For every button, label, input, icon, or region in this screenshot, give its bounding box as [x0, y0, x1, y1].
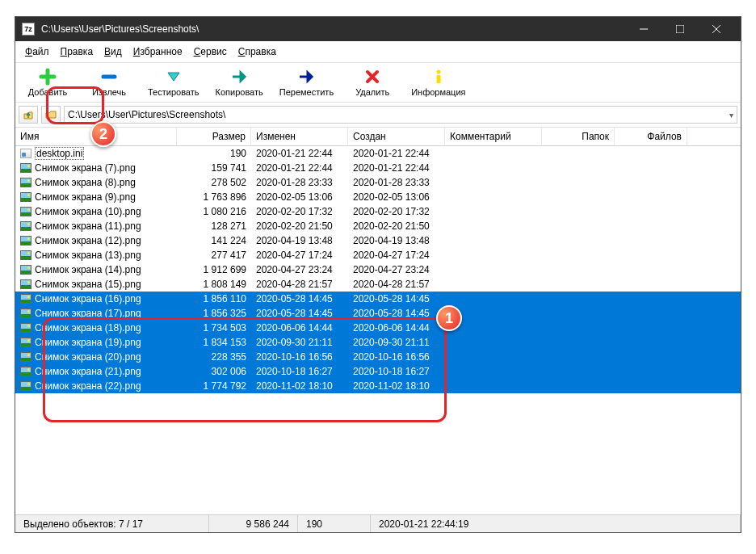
file-modified: 2020-06-06 14:44 — [251, 322, 348, 334]
list-body[interactable]: desktop.ini1902020-01-21 22:442020-01-21… — [15, 146, 741, 393]
file-modified: 2020-01-28 23:33 — [251, 177, 348, 188]
svg-rect-5 — [436, 75, 440, 83]
file-created: 2020-04-19 13:48 — [348, 235, 445, 246]
file-icon — [20, 338, 32, 347]
column-created[interactable]: Создан — [348, 128, 445, 145]
file-name: Снимок экрана (9).png — [35, 191, 136, 203]
column-comment[interactable]: Комментарий — [445, 128, 542, 145]
delete-label: Удалить — [355, 87, 389, 97]
info-button[interactable]: Информация — [405, 66, 472, 99]
file-size: 302 006 — [177, 366, 251, 377]
status-total-size: 9 586 244 — [209, 515, 298, 532]
file-modified: 2020-10-16 16:56 — [251, 351, 348, 363]
file-name: Снимок экрана (16).png — [35, 293, 141, 304]
column-folders[interactable]: Папок — [542, 128, 615, 145]
column-files[interactable]: Файлов — [615, 128, 687, 145]
file-modified: 2020-10-18 16:27 — [251, 366, 348, 377]
addressbar: C:\Users\User\Pictures\Screenshots\ ▾ — [15, 103, 741, 128]
menu-файл[interactable]: Файл — [20, 43, 54, 61]
move-button[interactable]: Переместить — [273, 66, 340, 99]
file-row[interactable]: Снимок экрана (12).png141 2242020-04-19 … — [15, 233, 741, 248]
file-modified: 2020-04-28 21:57 — [251, 279, 348, 290]
file-row[interactable]: Снимок экрана (21).png302 0062020-10-18 … — [15, 364, 741, 379]
file-row[interactable]: Снимок экрана (13).png277 4172020-04-27 … — [15, 248, 741, 262]
file-icon — [20, 294, 32, 304]
extract-button[interactable]: Извлечь — [80, 66, 138, 99]
file-created: 2020-04-28 21:57 — [348, 279, 445, 290]
file-row[interactable]: Снимок экрана (8).png278 5022020-01-28 2… — [15, 175, 741, 190]
file-size: 1 856 110 — [177, 293, 251, 304]
file-name: Снимок экрана (8).png — [35, 177, 136, 188]
add-button[interactable]: Добавить — [19, 66, 77, 99]
file-name: Снимок экрана (21).png — [35, 366, 141, 377]
close-button[interactable] — [698, 17, 734, 41]
file-created: 2020-01-28 23:33 — [348, 177, 445, 188]
file-name: Снимок экрана (13).png — [35, 250, 141, 261]
column-size[interactable]: Размер — [177, 128, 251, 145]
file-row[interactable]: Снимок экрана (11).png128 2712020-02-20 … — [15, 219, 741, 233]
plus-green-icon — [39, 68, 57, 86]
column-modified[interactable]: Изменен — [251, 128, 348, 145]
dropdown-icon[interactable]: ▾ — [729, 111, 733, 120]
file-icon — [20, 352, 32, 362]
file-size: 278 502 — [177, 177, 251, 188]
file-row[interactable]: Снимок экрана (9).png1 763 8962020-02-05… — [15, 190, 741, 204]
file-created: 2020-05-28 14:45 — [348, 293, 445, 304]
file-row[interactable]: Снимок экрана (7).png159 7412020-01-21 2… — [15, 161, 741, 175]
file-row[interactable]: Снимок экрана (19).png1 834 1532020-09-3… — [15, 335, 741, 350]
file-icon — [20, 163, 32, 173]
file-icon — [20, 178, 32, 187]
file-modified: 2020-02-05 13:06 — [251, 191, 348, 203]
file-row[interactable]: Снимок экрана (18).png1 734 5032020-06-0… — [15, 321, 741, 335]
menu-избранное[interactable]: Избранное — [128, 43, 187, 61]
test-button[interactable]: Тестировать — [141, 66, 206, 99]
file-icon — [20, 236, 32, 246]
status-date: 2020-01-21 22:44:19 — [371, 515, 741, 532]
menu-вид[interactable]: Вид — [99, 43, 127, 61]
file-modified: 2020-02-20 21:50 — [251, 220, 348, 232]
maximize-button[interactable] — [662, 17, 698, 41]
delete-button[interactable]: Удалить — [343, 66, 401, 99]
file-icon — [20, 265, 32, 275]
cross-red-icon — [363, 68, 381, 86]
file-row[interactable]: Снимок экрана (22).png1 774 7922020-11-0… — [15, 379, 741, 393]
file-row[interactable]: Снимок экрана (16).png1 856 1102020-05-2… — [15, 292, 741, 306]
file-name: Снимок экрана (7).png — [35, 162, 136, 174]
file-size: 1 856 325 — [177, 308, 251, 319]
move-label: Переместить — [279, 87, 334, 97]
minimize-button[interactable] — [625, 17, 662, 41]
window-title: C:\Users\User\Pictures\Screenshots\ — [41, 23, 625, 35]
menu-правка[interactable]: Правка — [56, 43, 99, 61]
file-name: Снимок экрана (19).png — [35, 337, 141, 348]
status-selection: Выделено объектов: 7 / 17 — [15, 515, 209, 532]
up-folder-button[interactable] — [19, 106, 38, 124]
file-size: 159 741 — [177, 162, 251, 174]
menu-справка[interactable]: Справка — [233, 43, 281, 61]
file-modified: 2020-04-27 17:24 — [251, 250, 348, 261]
arrow-down-cyan-icon — [165, 68, 183, 86]
file-icon — [20, 149, 32, 158]
file-row[interactable]: desktop.ini1902020-01-21 22:442020-01-21… — [15, 146, 741, 161]
file-list: Имя Размер Изменен Создан Комментарий Па… — [15, 128, 741, 514]
file-row[interactable]: Снимок экрана (20).png228 3552020-10-16 … — [15, 350, 741, 364]
file-icon — [20, 279, 32, 289]
copy-button[interactable]: Копировать — [209, 66, 270, 99]
file-icon — [20, 221, 32, 231]
file-row[interactable]: Снимок экрана (15).png1 808 1492020-04-2… — [15, 277, 741, 292]
toolbar: ДобавитьИзвлечьТестироватьКопироватьПере… — [15, 63, 741, 103]
app-window: 7z C:\Users\User\Pictures\Screenshots\ Ф… — [15, 16, 741, 533]
address-input[interactable]: C:\Users\User\Pictures\Screenshots\ ▾ — [64, 106, 737, 124]
annotation-marker-2: 2 — [90, 121, 116, 147]
app-icon: 7z — [22, 23, 35, 36]
file-row[interactable]: Снимок экрана (17).png1 856 3252020-05-2… — [15, 306, 741, 321]
address-path: C:\Users\User\Pictures\Screenshots\ — [68, 109, 225, 120]
computer-button[interactable] — [41, 106, 61, 124]
file-row[interactable]: Снимок экрана (10).png1 080 2162020-02-2… — [15, 204, 741, 219]
file-created: 2020-02-05 13:06 — [348, 191, 445, 203]
file-size: 228 355 — [177, 351, 251, 363]
file-row[interactable]: Снимок экрана (14).png1 912 6992020-04-2… — [15, 262, 741, 277]
file-icon — [20, 207, 32, 216]
arrow-right-teal-icon — [230, 68, 248, 86]
svg-rect-1 — [676, 25, 684, 33]
menu-сервис[interactable]: Сервис — [189, 43, 232, 61]
